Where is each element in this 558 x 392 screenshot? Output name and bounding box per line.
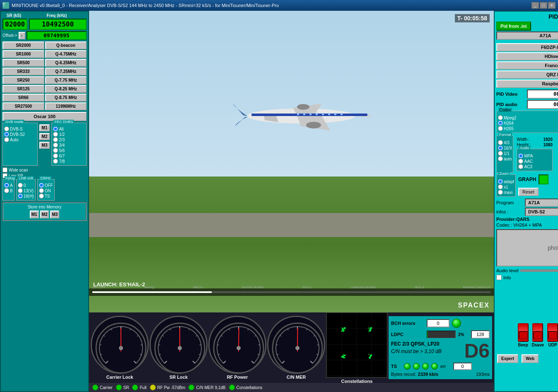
carrier-lock-gauge: Carrier Lock	[91, 316, 149, 380]
fplug-a[interactable]	[4, 183, 9, 188]
pid-from-button[interactable]: Pid from .ini	[496, 22, 531, 31]
pid-video-label: PID Video	[496, 92, 525, 97]
preset-sr125[interactable]: SR125	[2, 85, 44, 93]
khz-ts[interactable]	[39, 194, 44, 198]
preset-q-875[interactable]: Q-8.75 MHz	[45, 94, 87, 102]
dvb-s-radio[interactable]	[4, 126, 9, 131]
bottom-right-buttons: Beep Dsave UDP Record E	[495, 321, 558, 391]
fec-label: FEC DVBS	[53, 120, 74, 124]
wide-scan-checkbox[interactable]	[2, 167, 7, 172]
preset-sr500[interactable]: SR500	[2, 59, 44, 67]
cn-mer-label: C/N MER	[287, 375, 306, 380]
zoom-adapt[interactable]	[498, 179, 503, 184]
store-m3[interactable]: M3	[50, 211, 59, 218]
raspberryp-button[interactable]: RaspberryP	[496, 80, 558, 88]
codec-mpeg2[interactable]	[498, 115, 503, 120]
qrzdx-button[interactable]: QRZ DX	[496, 70, 558, 79]
reset-button[interactable]: Reset	[518, 188, 539, 196]
preset-q-475[interactable]: Q-4.75MHz	[45, 50, 87, 58]
codec-info: Codec : VH264 + MPA	[496, 223, 558, 227]
fec-12[interactable]	[53, 132, 58, 137]
lnb-13v[interactable]	[18, 188, 23, 193]
pid-audio-input[interactable]	[527, 100, 558, 109]
preset-q-825[interactable]: Q-8.25 MHz	[45, 85, 87, 93]
fec-56[interactable]	[53, 148, 58, 153]
m1-button[interactable]: M1	[39, 124, 50, 131]
offset-display[interactable]: 09749995	[27, 31, 87, 40]
ldpc-bar	[427, 331, 456, 338]
preset-q-beacon[interactable]: Q-beacon	[45, 41, 87, 49]
offset-minus-button[interactable]: -	[19, 32, 25, 39]
khz-off[interactable]	[39, 183, 44, 188]
preset-q-725[interactable]: Q-7.25MHz	[45, 68, 87, 75]
program-label: Program	[496, 200, 523, 205]
m2-button[interactable]: M2	[39, 133, 50, 140]
ts-label: TS	[391, 364, 401, 369]
fmt-169[interactable]	[498, 145, 503, 150]
video-area[interactable]: T- 00:05:58 LAUNCH: ES'HAIL-2 SPACEX LIF…	[89, 11, 494, 312]
preset-q-625[interactable]: Q-6.25MHz	[45, 59, 87, 67]
codec-h264[interactable]	[498, 121, 503, 126]
width-value: 1920	[543, 137, 552, 142]
ts-led-4	[431, 363, 438, 370]
dvb-auto-radio[interactable]	[4, 137, 9, 142]
zoom-maxi[interactable]	[498, 190, 503, 195]
fec-23[interactable]	[53, 137, 58, 142]
preset-sr250[interactable]: SR250	[2, 76, 44, 84]
sr-display[interactable]: 02000	[2, 19, 27, 30]
store-m2[interactable]: M2	[40, 211, 49, 218]
fmt-43[interactable]	[498, 140, 503, 145]
preset-11996[interactable]: 11996MHz	[45, 102, 87, 110]
maximize-button[interactable]: □	[540, 2, 547, 9]
freq-display[interactable]: 10492500	[29, 19, 87, 30]
web-button[interactable]: Web	[522, 354, 539, 363]
fec-67[interactable]	[53, 153, 58, 158]
right-panel: PIDs Pid from .ini A71A Auto PID F6DZP-M…	[494, 11, 558, 392]
lnb-18h[interactable]	[18, 194, 23, 198]
audio-level-slider[interactable]	[520, 269, 558, 272]
ts-err-value[interactable]	[453, 363, 472, 370]
constellation-display: Constellations	[326, 312, 388, 384]
udp-toggle[interactable]: UDP	[547, 323, 558, 347]
preset-sr333[interactable]: SR333	[2, 68, 44, 75]
audio-ac3[interactable]	[518, 164, 523, 169]
svg-rect-8	[322, 113, 324, 115]
audio-mpa[interactable]	[518, 153, 523, 158]
store-m1[interactable]: M1	[30, 211, 39, 218]
ldpc-value-input[interactable]	[471, 330, 490, 339]
zoom-x1[interactable]	[498, 184, 503, 189]
france24-button[interactable]: France24	[496, 61, 558, 70]
fec-all[interactable]	[53, 126, 58, 131]
info-checkbox[interactable]	[496, 275, 502, 280]
preset-sr27500[interactable]: SR27500	[2, 102, 44, 110]
preset-q-775[interactable]: Q-7.75 MHz	[45, 76, 87, 84]
ts-led-2	[413, 363, 420, 370]
svg-rect-11	[341, 113, 343, 115]
codec-h265[interactable]	[498, 126, 503, 131]
lnb-0[interactable]	[18, 183, 23, 188]
hdlowsr-button[interactable]: HDlowSR	[496, 52, 558, 60]
fmt-11[interactable]	[498, 151, 503, 156]
preset-sr2000[interactable]: SR2000	[2, 41, 44, 49]
video-progress-bar[interactable]	[89, 288, 494, 296]
m3-button[interactable]: M3	[39, 142, 50, 149]
pid-video-input[interactable]	[527, 90, 558, 99]
minimize-button[interactable]: _	[531, 2, 539, 9]
preset-sr66[interactable]: SR66	[2, 94, 44, 102]
bch-value-input[interactable]	[427, 319, 449, 327]
rfpw-led	[150, 385, 156, 390]
close-button[interactable]: ✕	[548, 2, 556, 9]
beep-toggle[interactable]: Beep	[518, 323, 529, 347]
expert-button[interactable]: Expert	[497, 354, 518, 363]
dvb-s2-radio[interactable]	[4, 132, 9, 137]
khz-on[interactable]	[39, 188, 44, 193]
preset-sr1000[interactable]: SR1000	[2, 50, 44, 58]
fec-78[interactable]	[53, 159, 58, 164]
fec-34[interactable]	[53, 143, 58, 148]
fplug-b[interactable]	[4, 188, 9, 193]
f6dzp-button[interactable]: F6DZP-Mpeg	[496, 43, 558, 51]
audio-aac[interactable]	[518, 159, 523, 164]
progress-labels: LIFTOFFMAXQMECOENTRY BURNSES-1LANDING BU…	[89, 286, 494, 289]
dsave-toggle[interactable]: Dsave	[532, 323, 544, 347]
fmt-auto[interactable]	[498, 156, 503, 161]
